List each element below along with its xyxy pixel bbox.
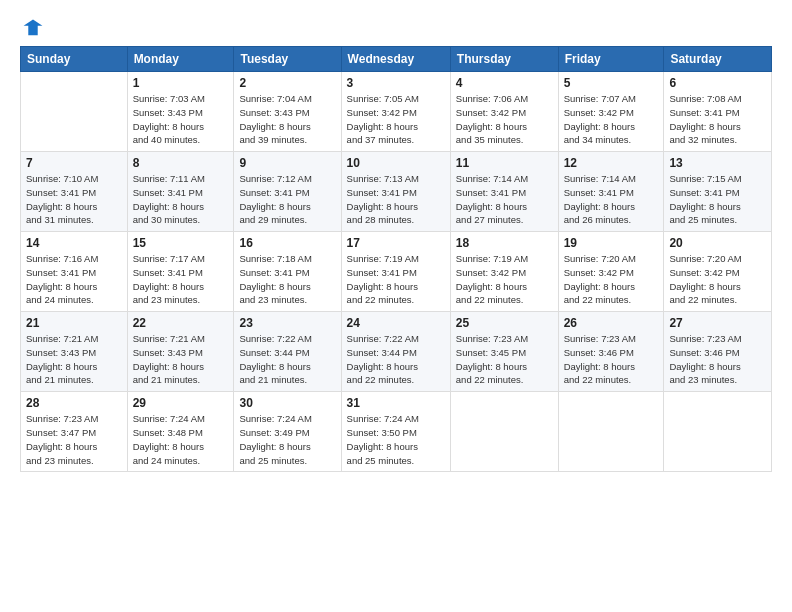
weekday-header-saturday: Saturday bbox=[664, 47, 772, 72]
day-info: Sunrise: 7:12 AMSunset: 3:41 PMDaylight:… bbox=[239, 172, 335, 227]
day-info: Sunrise: 7:07 AMSunset: 3:42 PMDaylight:… bbox=[564, 92, 659, 147]
day-info: Sunrise: 7:21 AMSunset: 3:43 PMDaylight:… bbox=[26, 332, 122, 387]
day-number: 5 bbox=[564, 76, 659, 90]
day-number: 2 bbox=[239, 76, 335, 90]
day-cell: 29Sunrise: 7:24 AMSunset: 3:48 PMDayligh… bbox=[127, 392, 234, 472]
day-number: 28 bbox=[26, 396, 122, 410]
weekday-header-row: SundayMondayTuesdayWednesdayThursdayFrid… bbox=[21, 47, 772, 72]
day-number: 16 bbox=[239, 236, 335, 250]
day-number: 31 bbox=[347, 396, 445, 410]
day-info: Sunrise: 7:08 AMSunset: 3:41 PMDaylight:… bbox=[669, 92, 766, 147]
day-number: 26 bbox=[564, 316, 659, 330]
calendar: SundayMondayTuesdayWednesdayThursdayFrid… bbox=[20, 46, 772, 472]
weekday-header-sunday: Sunday bbox=[21, 47, 128, 72]
day-info: Sunrise: 7:23 AMSunset: 3:45 PMDaylight:… bbox=[456, 332, 553, 387]
day-cell: 3Sunrise: 7:05 AMSunset: 3:42 PMDaylight… bbox=[341, 72, 450, 152]
weekday-header-tuesday: Tuesday bbox=[234, 47, 341, 72]
logo-icon bbox=[22, 18, 44, 40]
week-row-4: 21Sunrise: 7:21 AMSunset: 3:43 PMDayligh… bbox=[21, 312, 772, 392]
header bbox=[20, 18, 772, 40]
day-cell: 31Sunrise: 7:24 AMSunset: 3:50 PMDayligh… bbox=[341, 392, 450, 472]
day-number: 1 bbox=[133, 76, 229, 90]
week-row-3: 14Sunrise: 7:16 AMSunset: 3:41 PMDayligh… bbox=[21, 232, 772, 312]
day-info: Sunrise: 7:23 AMSunset: 3:46 PMDaylight:… bbox=[564, 332, 659, 387]
day-info: Sunrise: 7:19 AMSunset: 3:41 PMDaylight:… bbox=[347, 252, 445, 307]
day-cell: 23Sunrise: 7:22 AMSunset: 3:44 PMDayligh… bbox=[234, 312, 341, 392]
day-cell: 27Sunrise: 7:23 AMSunset: 3:46 PMDayligh… bbox=[664, 312, 772, 392]
day-number: 23 bbox=[239, 316, 335, 330]
day-info: Sunrise: 7:21 AMSunset: 3:43 PMDaylight:… bbox=[133, 332, 229, 387]
day-cell: 12Sunrise: 7:14 AMSunset: 3:41 PMDayligh… bbox=[558, 152, 664, 232]
day-cell: 30Sunrise: 7:24 AMSunset: 3:49 PMDayligh… bbox=[234, 392, 341, 472]
day-cell bbox=[21, 72, 128, 152]
day-cell: 14Sunrise: 7:16 AMSunset: 3:41 PMDayligh… bbox=[21, 232, 128, 312]
day-cell: 1Sunrise: 7:03 AMSunset: 3:43 PMDaylight… bbox=[127, 72, 234, 152]
day-cell: 9Sunrise: 7:12 AMSunset: 3:41 PMDaylight… bbox=[234, 152, 341, 232]
logo bbox=[20, 18, 44, 40]
day-info: Sunrise: 7:04 AMSunset: 3:43 PMDaylight:… bbox=[239, 92, 335, 147]
day-info: Sunrise: 7:05 AMSunset: 3:42 PMDaylight:… bbox=[347, 92, 445, 147]
day-cell: 11Sunrise: 7:14 AMSunset: 3:41 PMDayligh… bbox=[450, 152, 558, 232]
day-cell: 6Sunrise: 7:08 AMSunset: 3:41 PMDaylight… bbox=[664, 72, 772, 152]
day-number: 9 bbox=[239, 156, 335, 170]
day-number: 13 bbox=[669, 156, 766, 170]
day-cell: 10Sunrise: 7:13 AMSunset: 3:41 PMDayligh… bbox=[341, 152, 450, 232]
day-number: 20 bbox=[669, 236, 766, 250]
day-info: Sunrise: 7:17 AMSunset: 3:41 PMDaylight:… bbox=[133, 252, 229, 307]
weekday-header-friday: Friday bbox=[558, 47, 664, 72]
day-cell: 4Sunrise: 7:06 AMSunset: 3:42 PMDaylight… bbox=[450, 72, 558, 152]
day-info: Sunrise: 7:24 AMSunset: 3:49 PMDaylight:… bbox=[239, 412, 335, 467]
day-info: Sunrise: 7:18 AMSunset: 3:41 PMDaylight:… bbox=[239, 252, 335, 307]
day-cell: 17Sunrise: 7:19 AMSunset: 3:41 PMDayligh… bbox=[341, 232, 450, 312]
day-number: 14 bbox=[26, 236, 122, 250]
day-number: 7 bbox=[26, 156, 122, 170]
day-info: Sunrise: 7:19 AMSunset: 3:42 PMDaylight:… bbox=[456, 252, 553, 307]
day-number: 24 bbox=[347, 316, 445, 330]
day-number: 3 bbox=[347, 76, 445, 90]
day-number: 15 bbox=[133, 236, 229, 250]
day-cell: 16Sunrise: 7:18 AMSunset: 3:41 PMDayligh… bbox=[234, 232, 341, 312]
day-cell: 5Sunrise: 7:07 AMSunset: 3:42 PMDaylight… bbox=[558, 72, 664, 152]
day-info: Sunrise: 7:13 AMSunset: 3:41 PMDaylight:… bbox=[347, 172, 445, 227]
day-cell: 8Sunrise: 7:11 AMSunset: 3:41 PMDaylight… bbox=[127, 152, 234, 232]
day-cell: 26Sunrise: 7:23 AMSunset: 3:46 PMDayligh… bbox=[558, 312, 664, 392]
day-number: 21 bbox=[26, 316, 122, 330]
day-number: 8 bbox=[133, 156, 229, 170]
week-row-1: 1Sunrise: 7:03 AMSunset: 3:43 PMDaylight… bbox=[21, 72, 772, 152]
day-info: Sunrise: 7:22 AMSunset: 3:44 PMDaylight:… bbox=[239, 332, 335, 387]
day-number: 29 bbox=[133, 396, 229, 410]
day-info: Sunrise: 7:16 AMSunset: 3:41 PMDaylight:… bbox=[26, 252, 122, 307]
day-number: 18 bbox=[456, 236, 553, 250]
day-number: 12 bbox=[564, 156, 659, 170]
day-info: Sunrise: 7:22 AMSunset: 3:44 PMDaylight:… bbox=[347, 332, 445, 387]
week-row-2: 7Sunrise: 7:10 AMSunset: 3:41 PMDaylight… bbox=[21, 152, 772, 232]
day-number: 22 bbox=[133, 316, 229, 330]
day-cell: 20Sunrise: 7:20 AMSunset: 3:42 PMDayligh… bbox=[664, 232, 772, 312]
day-info: Sunrise: 7:10 AMSunset: 3:41 PMDaylight:… bbox=[26, 172, 122, 227]
day-info: Sunrise: 7:20 AMSunset: 3:42 PMDaylight:… bbox=[669, 252, 766, 307]
day-info: Sunrise: 7:24 AMSunset: 3:50 PMDaylight:… bbox=[347, 412, 445, 467]
day-cell: 21Sunrise: 7:21 AMSunset: 3:43 PMDayligh… bbox=[21, 312, 128, 392]
day-info: Sunrise: 7:23 AMSunset: 3:46 PMDaylight:… bbox=[669, 332, 766, 387]
day-cell: 7Sunrise: 7:10 AMSunset: 3:41 PMDaylight… bbox=[21, 152, 128, 232]
weekday-header-thursday: Thursday bbox=[450, 47, 558, 72]
day-number: 27 bbox=[669, 316, 766, 330]
day-number: 6 bbox=[669, 76, 766, 90]
day-info: Sunrise: 7:15 AMSunset: 3:41 PMDaylight:… bbox=[669, 172, 766, 227]
weekday-header-wednesday: Wednesday bbox=[341, 47, 450, 72]
day-cell: 15Sunrise: 7:17 AMSunset: 3:41 PMDayligh… bbox=[127, 232, 234, 312]
week-row-5: 28Sunrise: 7:23 AMSunset: 3:47 PMDayligh… bbox=[21, 392, 772, 472]
day-cell bbox=[450, 392, 558, 472]
day-cell: 2Sunrise: 7:04 AMSunset: 3:43 PMDaylight… bbox=[234, 72, 341, 152]
day-cell: 18Sunrise: 7:19 AMSunset: 3:42 PMDayligh… bbox=[450, 232, 558, 312]
day-cell: 22Sunrise: 7:21 AMSunset: 3:43 PMDayligh… bbox=[127, 312, 234, 392]
weekday-header-monday: Monday bbox=[127, 47, 234, 72]
day-cell: 19Sunrise: 7:20 AMSunset: 3:42 PMDayligh… bbox=[558, 232, 664, 312]
day-number: 30 bbox=[239, 396, 335, 410]
day-cell: 25Sunrise: 7:23 AMSunset: 3:45 PMDayligh… bbox=[450, 312, 558, 392]
day-info: Sunrise: 7:24 AMSunset: 3:48 PMDaylight:… bbox=[133, 412, 229, 467]
day-info: Sunrise: 7:11 AMSunset: 3:41 PMDaylight:… bbox=[133, 172, 229, 227]
day-cell: 28Sunrise: 7:23 AMSunset: 3:47 PMDayligh… bbox=[21, 392, 128, 472]
day-info: Sunrise: 7:06 AMSunset: 3:42 PMDaylight:… bbox=[456, 92, 553, 147]
day-cell: 13Sunrise: 7:15 AMSunset: 3:41 PMDayligh… bbox=[664, 152, 772, 232]
